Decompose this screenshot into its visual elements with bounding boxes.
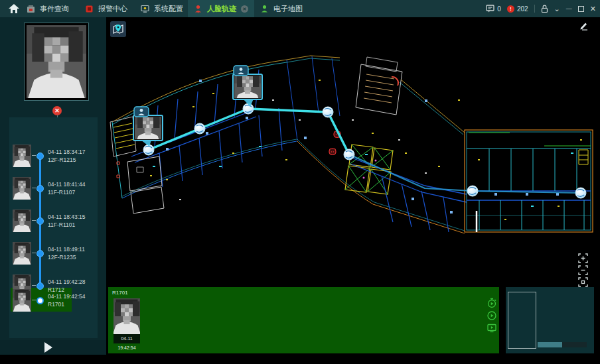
timed-playback-icon[interactable] xyxy=(487,298,497,308)
maximize-button[interactable] xyxy=(578,6,584,12)
event-query-icon xyxy=(27,5,35,13)
face-thumbnail xyxy=(13,289,31,312)
map-node[interactable] xyxy=(143,145,154,155)
track-sidebar: ✕ 04-11 18:34:17 12F-R1215 04-11 18:41:4… xyxy=(0,17,106,355)
face-thumbnail xyxy=(13,242,31,265)
target-portrait xyxy=(24,23,89,101)
lock-icon[interactable] xyxy=(541,5,548,13)
capture-time: 04-11 18:34:17 xyxy=(48,148,86,156)
alert-count: 202 xyxy=(517,5,528,13)
tab-system-config[interactable]: 系统配置 xyxy=(141,0,183,17)
connector xyxy=(32,300,36,300)
tab-alarm-center[interactable]: 报警中心 xyxy=(85,0,127,17)
tab-event-query[interactable]: 事件查询 xyxy=(27,0,69,17)
map-zoom-in-button[interactable] xyxy=(578,253,588,263)
capture-time: 04-11 18:49:11 xyxy=(48,245,85,253)
timeline-entry-selected[interactable]: 04-11 19:42:54 R1701 xyxy=(9,289,98,316)
map-node[interactable] xyxy=(467,186,478,196)
face-thumbnail xyxy=(13,177,31,200)
capture-time: 04-11 19:42:28 xyxy=(48,278,86,286)
alarm-center-icon xyxy=(85,5,94,13)
timeline-entry[interactable]: 04-11 18:34:17 12F-R1215 xyxy=(9,145,98,171)
replay-icon[interactable] xyxy=(487,310,497,321)
connector xyxy=(32,220,36,221)
capture-location: 11F-R1107 xyxy=(48,188,86,196)
home-icon[interactable] xyxy=(8,3,20,14)
minimize-button[interactable]: — xyxy=(566,0,572,17)
remove-target-button[interactable]: ✕ xyxy=(52,106,62,115)
divider xyxy=(534,5,535,13)
tab-label: 电子地图 xyxy=(273,4,303,14)
tab-electronic-map[interactable]: 电子地图 xyxy=(260,0,303,17)
capture-location: 12F-R1235 xyxy=(48,253,85,261)
map-node[interactable] xyxy=(323,107,333,117)
timeline-entry[interactable]: 04-11 18:41:44 11F-R1107 xyxy=(9,177,98,204)
timeline-entry[interactable]: 04-11 18:49:11 12F-R1235 xyxy=(9,242,98,269)
playback-tools xyxy=(487,298,497,334)
message-count: 0 xyxy=(497,5,501,13)
map-zoom-out-button[interactable] xyxy=(578,265,588,275)
tab-face-track[interactable]: 人脸轨迹 ✕ xyxy=(188,0,254,17)
playback-bar xyxy=(0,340,106,355)
capture-photo[interactable]: 04-11 19:42:54 xyxy=(113,298,140,343)
preview-panel xyxy=(506,287,594,353)
timeline-node-icon xyxy=(37,185,44,192)
connector xyxy=(32,285,36,286)
face-track-icon xyxy=(194,5,202,13)
top-bar: 事件查询 报警中心 系统配置 人脸轨迹 ✕ xyxy=(0,0,600,17)
chevron-down-icon[interactable]: ⌄ xyxy=(554,0,560,17)
tab-label: 报警中心 xyxy=(98,4,127,14)
edit-map-icon[interactable] xyxy=(579,21,588,30)
view-on-monitor-icon[interactable] xyxy=(487,323,497,334)
tab-close-icon[interactable]: ✕ xyxy=(241,5,248,13)
map-reset-view-button[interactable] xyxy=(578,277,588,287)
floor-plan xyxy=(110,56,593,233)
topbar-status-cluster: 0 ! 202 ⌄ — ✕ xyxy=(486,0,596,17)
connector xyxy=(32,188,36,188)
capture-time: 04-11 18:43:15 xyxy=(48,213,86,221)
timeline-entry[interactable]: 04-11 18:43:15 11F-R1101 xyxy=(9,210,98,236)
connector xyxy=(32,155,36,156)
electronic-map-icon xyxy=(260,5,269,13)
system-config-icon xyxy=(141,5,149,13)
timeline-node-icon xyxy=(37,217,44,225)
alert-icon: ! xyxy=(507,5,514,13)
play-track-button[interactable] xyxy=(44,342,52,353)
message-icon xyxy=(486,5,494,13)
tab-label: 事件查询 xyxy=(40,4,69,14)
face-capture-popup[interactable] xyxy=(133,107,163,147)
timeline-node-icon xyxy=(37,297,44,304)
alert-counter[interactable]: ! 202 xyxy=(507,5,528,13)
capture-location: 12F-R1215 xyxy=(48,156,86,164)
connector xyxy=(32,253,36,253)
tab-label: 系统配置 xyxy=(154,4,183,14)
map-layers-button[interactable] xyxy=(110,21,126,37)
map-node[interactable] xyxy=(243,103,254,114)
track-nodes xyxy=(143,103,586,198)
scrollbar-thumb[interactable] xyxy=(538,342,562,347)
room-label: R1701 xyxy=(112,290,128,296)
timeline-node-icon xyxy=(37,152,44,160)
preview-placeholder xyxy=(508,292,536,349)
face-thumbnail xyxy=(13,145,31,167)
horizontal-scrollbar[interactable] xyxy=(538,342,587,347)
map-node[interactable] xyxy=(194,123,205,134)
close-button[interactable]: ✕ xyxy=(590,0,596,17)
map-pin-icon xyxy=(112,23,124,35)
bottom-margin xyxy=(0,355,600,364)
capture-photo-time: 04-11 19:42:54 xyxy=(113,334,140,343)
capture-location: R1701 xyxy=(48,300,86,308)
timeline-panel: 04-11 18:34:17 12F-R1215 04-11 18:41:44 … xyxy=(9,117,98,338)
target-portrait-image xyxy=(27,25,86,98)
floor-plan-canvas[interactable] xyxy=(106,17,600,285)
message-counter[interactable]: 0 xyxy=(486,5,501,13)
timeline-node-icon xyxy=(37,250,44,257)
map-node[interactable] xyxy=(344,149,354,160)
tab-label: 人脸轨迹 xyxy=(207,4,236,14)
face-capture-popup[interactable] xyxy=(233,66,262,107)
map-node[interactable] xyxy=(575,188,586,198)
capture-location: 11F-R1101 xyxy=(48,221,86,229)
track-trajectory xyxy=(149,109,581,193)
floor-map-area xyxy=(106,17,600,285)
capture-time: 04-11 19:42:54 xyxy=(48,292,86,300)
